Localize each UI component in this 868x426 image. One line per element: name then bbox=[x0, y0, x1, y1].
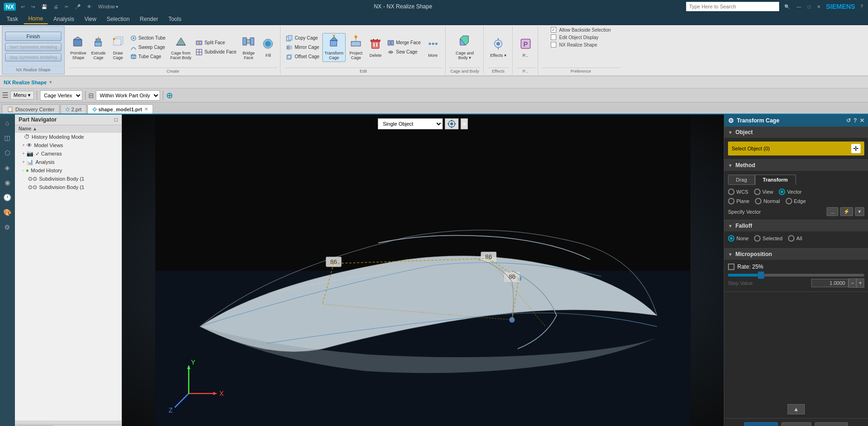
section-tube-btn[interactable]: Section Tube bbox=[128, 34, 167, 42]
cage-body-dropdown-btn[interactable]: Cage andBody ▾ bbox=[454, 34, 476, 61]
select-object-btn[interactable]: Select Object (0) ✛ bbox=[728, 142, 864, 156]
radio-plane[interactable]: Plane bbox=[728, 198, 749, 204]
step-decrement-btn[interactable]: − bbox=[848, 278, 856, 288]
sidebar-icon-shape[interactable]: ◈ bbox=[1, 161, 14, 174]
sidebar-icon-settings[interactable]: ⚙ bbox=[1, 221, 14, 234]
rate-slider-thumb[interactable] bbox=[758, 271, 764, 279]
filter-select[interactable]: Cage Vertex Cage Edge Cage Face Object bbox=[40, 90, 82, 101]
allow-backside-row[interactable]: Allow Backside Selection bbox=[551, 27, 611, 33]
transform-cage-btn[interactable]: TransformCage bbox=[322, 33, 346, 62]
delete-btn[interactable]: Delete bbox=[366, 36, 385, 59]
tree-item-model-views[interactable]: + 👁 Model Views bbox=[15, 141, 121, 149]
scope-select[interactable]: Within Work Part Only Entire Assembly bbox=[96, 90, 160, 101]
menu-tools[interactable]: Tools bbox=[164, 14, 186, 24]
tab-shape-model-close[interactable]: ✕ bbox=[144, 107, 148, 112]
cage-from-facet-btn[interactable]: Cage fromFacet Body bbox=[168, 34, 194, 61]
falloff-selected[interactable]: Selected bbox=[754, 235, 782, 242]
filter-icon[interactable]: ⊟ bbox=[88, 92, 94, 99]
menu-task[interactable]: Task bbox=[2, 14, 23, 24]
cancel-button[interactable]: Cancel bbox=[815, 422, 848, 426]
panel-scroll-up-btn[interactable]: ▲ bbox=[788, 404, 805, 414]
ok-button[interactable]: < OK > bbox=[744, 422, 778, 426]
specify-vector-btn3[interactable]: ▾ bbox=[855, 207, 864, 216]
sweep-cage-btn[interactable]: Sweep Cage bbox=[128, 43, 167, 52]
radio-normal[interactable]: Normal bbox=[755, 198, 780, 204]
maximize-btn[interactable]: □ bbox=[806, 4, 812, 10]
menu-render[interactable]: Render bbox=[135, 14, 163, 24]
method-section-header[interactable]: ▼ Method bbox=[724, 160, 868, 171]
method-tab-drag[interactable]: Drag bbox=[728, 175, 755, 185]
window-menu[interactable]: Window ▾ bbox=[97, 4, 120, 10]
apply-button[interactable]: Apply bbox=[781, 422, 811, 426]
step-increment-btn[interactable]: + bbox=[856, 278, 864, 288]
more-btn[interactable]: More bbox=[424, 36, 442, 59]
panel-reset-btn[interactable]: ↺ bbox=[846, 117, 851, 124]
panel-help-btn[interactable]: ? bbox=[854, 117, 857, 124]
start-symmetric-btn[interactable]: Start Symmetric Modeling bbox=[5, 43, 61, 51]
tree-item-model-history[interactable]: - ● Model History bbox=[15, 166, 121, 175]
extrude-cage-btn[interactable]: ExtrudeCage bbox=[89, 34, 108, 61]
selection-options-btn[interactable] bbox=[445, 118, 459, 129]
subdivide-face-btn[interactable]: Subdivide Face bbox=[194, 48, 238, 56]
radio-vector[interactable]: Vector bbox=[779, 189, 801, 195]
minimize-btn[interactable]: — bbox=[795, 4, 802, 10]
mic-btn[interactable]: 🎤 bbox=[73, 4, 82, 10]
falloff-section-header[interactable]: ▼ Falloff bbox=[724, 220, 868, 231]
selection-mode-dropdown[interactable]: Single Object Multiple Objects bbox=[378, 118, 443, 129]
panel-close-btn[interactable]: ✕ bbox=[860, 117, 864, 124]
tree-item-sub-body-2[interactable]: ⊙⊙ Subdivision Body (1 bbox=[15, 183, 121, 191]
nxrs-dropdown-arrow[interactable]: ▾ bbox=[49, 79, 52, 85]
nxrs-pref-row[interactable]: NX Realize Shape bbox=[551, 42, 597, 47]
select-object-cross[interactable]: ✛ bbox=[851, 144, 861, 153]
finish-button[interactable]: Finish bbox=[5, 32, 61, 41]
sidebar-icon-3d[interactable]: ◫ bbox=[1, 131, 14, 144]
project-cage-btn[interactable]: ProjectCage bbox=[347, 34, 365, 61]
split-face-btn[interactable]: Split Face bbox=[194, 39, 238, 47]
redo-btn[interactable]: ↪ bbox=[30, 4, 36, 10]
search-input[interactable] bbox=[686, 2, 779, 11]
tab-2prt[interactable]: ◇ 2.prt bbox=[60, 104, 87, 114]
radio-edge[interactable]: Edge bbox=[786, 198, 806, 204]
mirror-cage-btn[interactable]: Mirror Cage bbox=[284, 43, 321, 52]
menu-btn[interactable]: Menu ▾ bbox=[10, 91, 34, 100]
nxrs-pref-checkbox[interactable] bbox=[551, 42, 556, 47]
draw-cage-btn[interactable]: DrawCage bbox=[109, 34, 127, 61]
sidebar-icon-body[interactable]: ◉ bbox=[1, 176, 14, 189]
specify-vector-btn2[interactable]: ⚡ bbox=[840, 207, 853, 216]
microposition-section-header[interactable]: ▼ Microposition bbox=[724, 249, 868, 260]
rate-slider-track[interactable] bbox=[728, 274, 864, 277]
selection-extra-btn[interactable]: ▾ bbox=[461, 118, 468, 129]
method-tab-transform[interactable]: Transform bbox=[755, 175, 796, 185]
menu-view[interactable]: View bbox=[80, 14, 101, 24]
effects-dropdown-btn[interactable]: Effects ▾ bbox=[488, 36, 508, 59]
p-btn[interactable]: P P... bbox=[516, 36, 535, 59]
object-section-header[interactable]: ▼ Object bbox=[724, 127, 868, 138]
sidebar-icon-model[interactable]: ⬡ bbox=[1, 146, 14, 159]
rate-checkbox[interactable] bbox=[728, 264, 734, 270]
search-icon[interactable]: 🔍 bbox=[783, 4, 791, 10]
falloff-all[interactable]: All bbox=[788, 235, 802, 242]
cut-btn[interactable]: ✂ bbox=[63, 4, 70, 10]
menu-analysis[interactable]: Analysis bbox=[49, 14, 79, 24]
bridge-face-btn[interactable]: BridgeFace bbox=[239, 34, 258, 61]
tree-item-sub-body-1[interactable]: ⊙⊙ Subdivision Body (1 bbox=[15, 175, 121, 183]
save-btn[interactable]: 💾 bbox=[40, 4, 48, 10]
sidebar-icon-home[interactable]: ⌂ bbox=[1, 116, 14, 129]
merge-face-btn[interactable]: Merge Face bbox=[386, 39, 422, 47]
offset-cage-btn[interactable]: Offset Cage bbox=[284, 53, 321, 61]
primitive-shape-btn[interactable]: PrimitiveShape bbox=[68, 34, 88, 61]
falloff-none[interactable]: None bbox=[728, 235, 748, 242]
tab-shape-model[interactable]: ◇ shape_model1.prt ✕ bbox=[87, 104, 153, 114]
tube-cage-btn[interactable]: Tube Cage bbox=[128, 53, 167, 61]
help-btn[interactable]: ? bbox=[859, 4, 864, 10]
edit-object-display-row[interactable]: Edit Object Display bbox=[551, 34, 598, 40]
undo-btn[interactable]: ↩ bbox=[20, 4, 26, 10]
menu-selection[interactable]: Selection bbox=[102, 14, 134, 24]
menu-home[interactable]: Home bbox=[24, 14, 48, 24]
menu-icon[interactable]: ☰ bbox=[2, 91, 8, 100]
part-nav-close[interactable]: □ bbox=[114, 116, 118, 123]
viewport[interactable]: 86 86 86 bbox=[122, 115, 724, 426]
specify-vector-btn1[interactable]: … bbox=[827, 207, 838, 216]
tree-item-history-mode[interactable]: ⏱ History Modeling Mode bbox=[15, 133, 121, 141]
edit-object-display-checkbox[interactable] bbox=[551, 34, 556, 40]
